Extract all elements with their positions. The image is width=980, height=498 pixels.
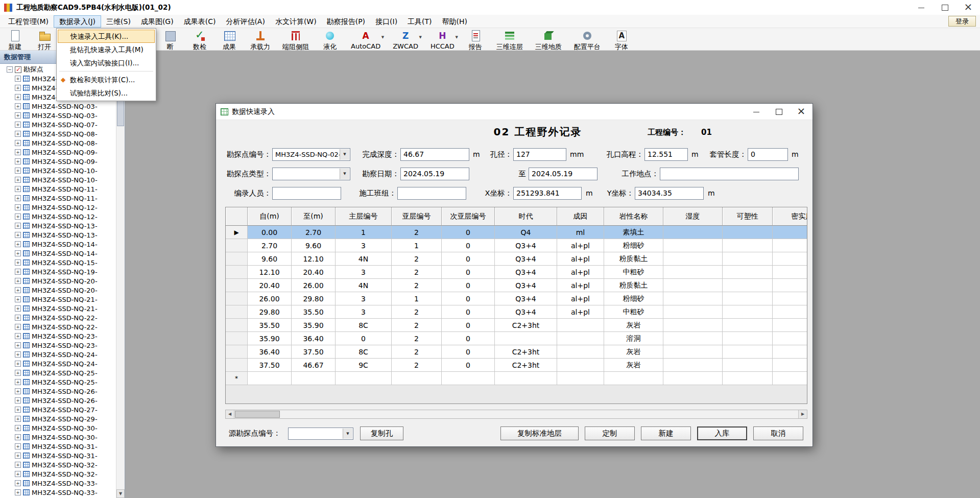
grid-cell[interactable] [723,292,773,305]
point-type-combobox[interactable]: ▼ [272,168,350,180]
column-header[interactable]: 成因 [557,207,604,226]
grid-cell[interactable]: 0 [442,226,495,239]
tree-item[interactable]: + MH3Z4-SSD-NQ-33- [0,488,125,497]
grid-cell[interactable]: 36.40 [292,332,336,345]
tree-item[interactable]: + MH3Z4-SSD-NQ-13- [0,230,125,240]
expand-icon[interactable]: + [15,453,21,459]
tree-item[interactable]: + MH3Z4-SSD-NQ-31- [0,442,125,451]
grid-cell[interactable]: 粉细砂 [604,239,663,252]
grid-cell[interactable]: 2 [392,345,442,359]
expand-icon[interactable]: + [15,333,21,339]
menubar-item-interface[interactable]: 接口(I) [370,15,402,28]
toolbar-button[interactable]: 成果 ▼ [218,29,241,52]
grid-cell[interactable]: Q3+4 [495,305,557,319]
grid-cell[interactable]: C2+3ht [495,319,557,332]
expand-icon[interactable]: + [15,168,21,174]
grid-cell[interactable] [723,266,773,279]
grid-cell[interactable]: 35.90 [248,332,292,345]
chevron-down-icon[interactable]: ▼ [381,35,384,39]
menubar-item-3d[interactable]: 三维(S) [101,15,136,28]
cancel-button[interactable]: 取消 [753,426,803,440]
grid-cell[interactable]: 2 [392,332,442,345]
expand-icon[interactable]: + [15,462,21,468]
row-selector[interactable] [226,359,248,372]
grid-cell[interactable]: Q3+4 [495,252,557,266]
new-button[interactable]: 新建 [641,426,691,440]
menubar-item-project[interactable]: 工程管理(M) [3,15,54,28]
tree-item[interactable]: + MH3Z4-SSD-NQ-22- [0,322,125,331]
grid-cell[interactable] [663,372,723,385]
grid-cell[interactable]: 2 [392,319,442,332]
maximize-button[interactable] [933,0,957,15]
grid-cell[interactable] [773,252,807,266]
expand-icon[interactable]: + [15,158,21,164]
grid-cell[interactable] [663,359,723,372]
menubar-item-tools[interactable]: 工具(T) [402,15,437,28]
grid-cell[interactable]: 37.50 [292,345,336,359]
menu-item-batch-entry[interactable]: 批钻孔快速录入工具(M) [58,43,155,56]
tree-item[interactable]: + MH3Z4-SSD-NQ-20- [0,276,125,286]
column-header[interactable]: 岩性名称 [604,207,663,226]
expand-icon[interactable]: + [15,443,21,449]
expand-icon[interactable]: + [15,85,21,91]
grid-cell[interactable] [773,226,807,239]
expand-icon[interactable]: + [15,250,21,256]
grid-cell[interactable]: 2 [392,266,442,279]
tree-item[interactable]: + MH3Z4-SSD-NQ-14- [0,240,125,249]
expand-icon[interactable]: + [15,122,21,128]
expand-icon[interactable]: + [15,186,21,192]
expand-icon[interactable]: + [15,195,21,201]
grid-cell[interactable] [392,372,442,385]
grid-cell[interactable] [723,319,773,332]
grid-cell[interactable] [773,372,807,385]
grid-cell[interactable] [557,332,604,345]
grid-cell[interactable]: 粉质黏土 [604,279,663,292]
row-selector[interactable]: ▶ [226,226,248,239]
casing-field[interactable]: 0 [748,148,788,161]
toolbar-button[interactable]: 数检 ▼ [188,29,211,52]
scroll-left-icon[interactable]: ◀ [226,410,234,418]
tree-item[interactable]: + MH3Z4-SSD-NQ-10- [0,175,125,184]
row-selector[interactable] [226,252,248,266]
grid-cell[interactable]: 2 [392,305,442,319]
tree-item[interactable]: + MH3Z4-SSD-NQ-24- [0,359,125,368]
grid-cell[interactable]: 20.40 [248,279,292,292]
expand-icon[interactable]: + [15,94,21,100]
source-point-combobox[interactable]: ▼ [288,428,353,440]
expand-icon[interactable]: + [15,425,21,431]
grid-cell[interactable]: al+pl [557,239,604,252]
crew-field[interactable] [397,187,466,200]
table-row[interactable]: 36.40 37.50 8C 2 0 C2+3ht 灰岩 [226,345,807,359]
grid-cell[interactable]: 26.00 [292,279,336,292]
table-row[interactable]: 29.80 35.50 3 2 0 Q3+4 al+pl 中粗砂 [226,305,807,319]
row-selector[interactable] [226,332,248,345]
toolbar-button[interactable]: 三维连层 ▼ [493,29,526,52]
grid-cell[interactable] [773,345,807,359]
expand-icon[interactable]: + [15,388,21,394]
grid-cell[interactable] [557,345,604,359]
tree-item[interactable]: + MH3Z4-SSD-NQ-29- [0,414,125,423]
tree-item[interactable]: + MH3Z4-SSD-NQ-23- [0,331,125,341]
row-selector[interactable] [226,345,248,359]
dialog-minimize-button[interactable] [745,104,768,120]
login-button[interactable]: 登录 [948,16,976,27]
grid-cell[interactable]: 1 [336,226,392,239]
grid-cell[interactable] [663,292,723,305]
grid-cell[interactable]: 35.50 [292,305,336,319]
expand-icon[interactable]: + [15,296,21,302]
expand-icon[interactable]: + [15,269,21,275]
expand-icon[interactable]: + [15,259,21,266]
grid-cell[interactable]: 0 [442,239,495,252]
grid-cell[interactable]: ml [557,226,604,239]
expand-icon[interactable]: + [15,223,21,229]
toolbar-button[interactable]: 字体 ▼ [610,29,633,52]
tree-item[interactable]: + MH3Z4-SSD-NQ-23- [0,341,125,350]
tree-item[interactable]: + MH3Z4-SSD-NQ-25- [0,368,125,377]
checked-checkbox-icon[interactable] [15,66,21,73]
toolbar-button[interactable]: 承载力 ▼ [247,29,273,52]
toolbar-button[interactable]: 报告 ▼ [464,29,487,52]
tree-item[interactable]: + MH3Z4-SSD-NQ-31- [0,451,125,460]
grid-cell[interactable]: 3 [336,266,392,279]
grid-cell[interactable]: 9.60 [292,239,336,252]
menubar-item-result-tables[interactable]: 成果表(C) [179,15,221,28]
